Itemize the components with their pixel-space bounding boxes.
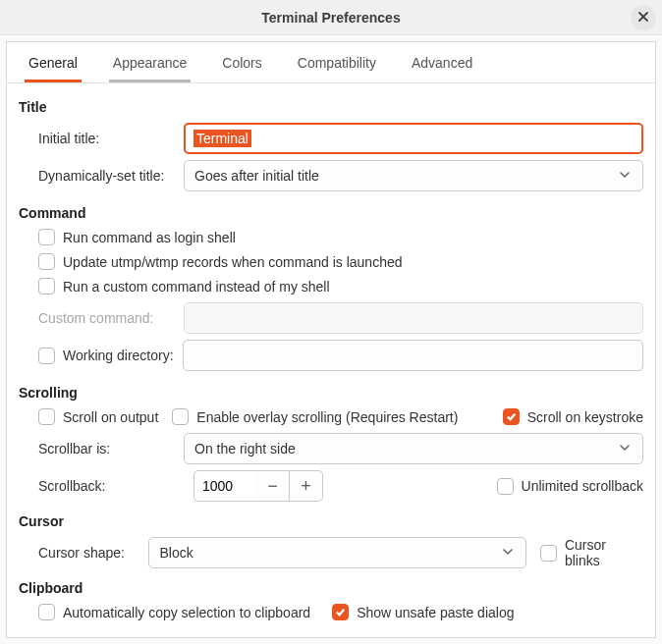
update-utmp-label: Update utmp/wtmp records when command is…: [63, 254, 403, 270]
auto-copy-checkbox[interactable]: [38, 604, 55, 620]
section-title-scrolling: Scrolling: [19, 385, 643, 401]
section-title-title: Title: [19, 99, 643, 115]
cursor-shape-label: Cursor shape:: [38, 545, 135, 561]
unsafe-paste-label: Show unsafe paste dialog: [357, 605, 514, 620]
custom-command-label: Custom command:: [19, 310, 184, 326]
dyn-title-value: Goes after initial title: [194, 168, 319, 184]
close-button[interactable]: [631, 5, 656, 30]
working-dir-label: Working directory:: [55, 348, 183, 363]
cursor-blinks-checkbox[interactable]: [540, 545, 557, 562]
scrollback-spinner: − +: [193, 470, 323, 502]
chevron-down-icon: [502, 545, 514, 561]
close-icon: [637, 10, 649, 26]
minus-icon: −: [267, 476, 278, 497]
dyn-title-combo[interactable]: Goes after initial title: [184, 160, 643, 191]
scroll-on-keystroke-checkbox[interactable]: [503, 408, 520, 425]
chevron-down-icon: [619, 441, 631, 456]
unlimited-scrollback-label: Unlimited scrollback: [522, 478, 643, 494]
initial-title-value: Terminal: [193, 130, 251, 147]
tab-compatibility[interactable]: Compatibility: [294, 45, 380, 82]
tab-bar: General Appearance Colors Compatibility …: [7, 42, 655, 83]
update-utmp-checkbox[interactable]: [38, 253, 55, 270]
unlimited-scrollback-checkbox[interactable]: [497, 478, 514, 495]
overlay-scrolling-label: Enable overlay scrolling (Requires Resta…: [196, 409, 458, 425]
section-title-clipboard: Clipboard: [19, 580, 643, 596]
window-title: Terminal Preferences: [261, 10, 400, 26]
scroll-on-keystroke-label: Scroll on keystroke: [527, 409, 643, 425]
dyn-title-label: Dynamically-set title:: [19, 168, 184, 184]
login-shell-label: Run command as login shell: [63, 230, 236, 245]
preferences-frame: General Appearance Colors Compatibility …: [6, 41, 656, 638]
overlay-scrolling-checkbox[interactable]: [172, 408, 189, 425]
custom-command-checkbox[interactable]: [38, 278, 55, 295]
scrollback-label: Scrollback:: [38, 478, 193, 494]
custom-command-check-label: Run a custom command instead of my shell: [63, 279, 330, 295]
scrollbar-value: On the right side: [194, 441, 296, 456]
custom-command-input: [184, 302, 643, 334]
initial-title-label: Initial title:: [19, 131, 184, 146]
initial-title-input[interactable]: Terminal: [184, 123, 643, 154]
working-dir-input[interactable]: [183, 340, 643, 371]
chevron-down-icon: [619, 168, 631, 184]
section-title-command: Command: [19, 205, 643, 221]
plus-icon: +: [301, 476, 311, 497]
titlebar: Terminal Preferences: [0, 0, 662, 35]
tab-colors[interactable]: Colors: [218, 45, 265, 82]
auto-copy-label: Automatically copy selection to clipboar…: [63, 605, 310, 620]
tab-content-general: Title Initial title: Terminal Dynamicall…: [7, 83, 655, 638]
tab-appearance[interactable]: Appearance: [109, 45, 192, 82]
scroll-on-output-label: Scroll on output: [63, 409, 158, 425]
scrollback-minus-button[interactable]: −: [256, 470, 290, 502]
scrollbar-combo[interactable]: On the right side: [184, 433, 643, 464]
cursor-shape-value: Block: [159, 545, 193, 561]
scrollback-plus-button[interactable]: +: [290, 470, 323, 502]
tab-general[interactable]: General: [25, 45, 82, 82]
scrollback-input[interactable]: [193, 470, 256, 502]
cursor-shape-combo[interactable]: Block: [148, 537, 525, 568]
section-title-cursor: Cursor: [19, 513, 643, 529]
cursor-blinks-label: Cursor blinks: [565, 537, 643, 568]
tab-advanced[interactable]: Advanced: [408, 45, 476, 82]
scrollbar-label: Scrollbar is:: [19, 441, 184, 456]
unsafe-paste-checkbox[interactable]: [332, 604, 349, 620]
login-shell-checkbox[interactable]: [38, 229, 55, 245]
working-dir-checkbox[interactable]: [38, 348, 55, 364]
scroll-on-output-checkbox[interactable]: [38, 408, 55, 425]
